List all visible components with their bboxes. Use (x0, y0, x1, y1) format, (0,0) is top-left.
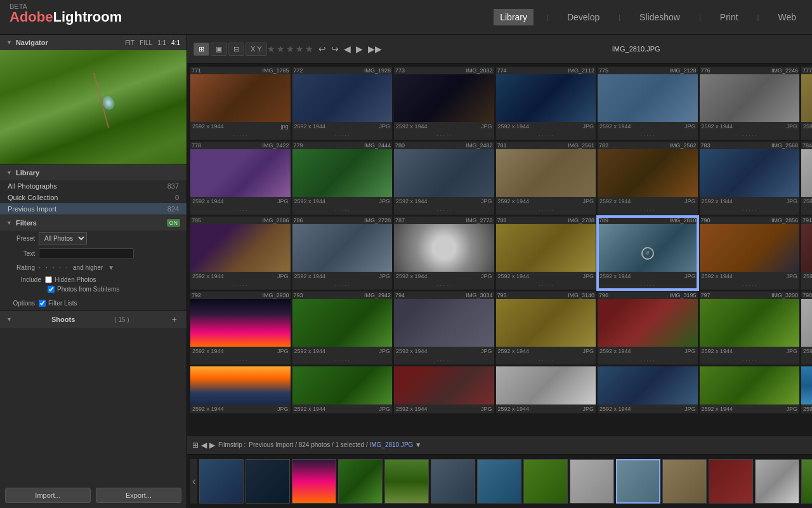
library-header[interactable]: ▼ Library (0, 165, 187, 180)
filmstrip-thumb-2[interactable] (292, 459, 336, 504)
grid-view-button[interactable]: ⊞ (193, 43, 209, 56)
zoom-4-1[interactable]: 4:1 (171, 39, 180, 46)
tab-library[interactable]: Library (494, 9, 534, 25)
filmstrip-filename-arrow[interactable]: ▼ (415, 441, 421, 448)
photo-cell-792[interactable]: 792IMG_2930 2592 x 1944JPG · · · · · (190, 291, 291, 364)
star-5[interactable]: ★ (305, 44, 313, 54)
star-3[interactable]: ★ (286, 44, 294, 54)
photo-cell-797[interactable]: 797IMG_3200 2592 x 1944JPG · · · · · (700, 291, 800, 364)
photo-cell-775[interactable]: 775IMG_2128 2592 x 1944JPG · · · · · (598, 67, 698, 140)
filmstrip-thumb-11[interactable] (709, 459, 753, 504)
xy-button[interactable]: X Y (246, 43, 267, 56)
photo-cell-787[interactable]: 787IMG_2770 2592 x 1944JPG · · · · · (394, 217, 494, 290)
export-button[interactable]: Export... (96, 488, 181, 503)
rating-stars[interactable]: · · · · · (39, 263, 69, 272)
filmstrip-thumb-12[interactable] (755, 459, 799, 504)
filter-lists-checkbox[interactable] (39, 300, 46, 307)
filmstrip-left-arrow[interactable]: ‹ (190, 459, 197, 504)
photo-cell-795[interactable]: 795IMG_3140 2592 x 1944JPG · · · · · (496, 291, 596, 364)
photo-cell-r5-5[interactable]: 2592 x 1944JPG (598, 366, 698, 413)
photo-cell-782[interactable]: 782IMG_2562 2592 x 1944JPG · · · · · (598, 142, 698, 215)
hidden-photos-checkbox[interactable] (45, 276, 52, 283)
filmstrip-thumb-10[interactable] (662, 459, 707, 504)
star-4[interactable]: ★ (296, 44, 304, 54)
photo-cell-776[interactable]: 776IMG_2246 2592 x 1944JPG · · · · · (700, 67, 800, 140)
filmstrip-thumb-7[interactable] (523, 459, 568, 504)
photo-cell-r5-2[interactable]: 2592 x 1944JPG (292, 366, 393, 413)
photo-cell-784[interactable]: 784IMG_2655 2592 x 1944JPG · · · · · (801, 142, 812, 215)
photo-cell-774[interactable]: 774IMG_2112 2592 x 1944JPG · · · · · (496, 67, 596, 140)
filmstrip-thumb-0[interactable] (199, 459, 244, 504)
photo-cell-r5-4[interactable]: 2592 x 1944JPG (496, 366, 596, 413)
single-view-button[interactable]: ▣ (211, 43, 227, 56)
photo-cell-793[interactable]: 793IMG_2942 2592 x 1944JPG · · · · · (292, 291, 393, 364)
undo-button[interactable]: ↩ (318, 44, 326, 54)
shoots-add-button[interactable]: + (169, 314, 180, 324)
import-button[interactable]: Import... (5, 488, 91, 503)
library-collapse-arrow: ▼ (6, 170, 12, 176)
photo-thumb-791 (801, 224, 812, 272)
photo-cell-785[interactable]: 785IMG_2686 2592 x 1944JPG · · · · · (190, 217, 291, 290)
shoots-header[interactable]: ▼ Shoots ( 15 ) + (0, 311, 187, 328)
text-filter-input[interactable] (39, 248, 134, 259)
photo-cell-772[interactable]: 772IMG_1928 2592 x 1944JPG · · · · · (292, 67, 393, 140)
tab-develop[interactable]: Develop (561, 9, 606, 25)
filmstrip-filename[interactable]: IMG_2810.JPG (369, 441, 413, 448)
next-photo-button[interactable]: ▶▶ (368, 44, 382, 54)
photo-cell-781[interactable]: 781IMG_2561 2592 x 1944JPG · · · · · (496, 142, 596, 215)
photos-from-subitems-checkbox[interactable] (48, 286, 55, 293)
filmstrip-thumb-3[interactable] (338, 459, 383, 504)
filmstrip-thumb-selected[interactable] (616, 459, 660, 504)
library-item-quick-collection[interactable]: Quick Collection 0 (0, 192, 187, 203)
filmstrip-thumb-4[interactable] (384, 459, 429, 504)
play-button[interactable]: ▶ (356, 44, 363, 54)
photo-cell-790[interactable]: 790IMG_2856 2592 x 1944JPG · · · · · (700, 217, 800, 290)
and-higher-arrow[interactable]: ▼ (108, 264, 114, 271)
photo-cell-r5-3[interactable]: 2592 x 1944JPG (394, 366, 494, 413)
tab-print[interactable]: Print (714, 9, 745, 25)
photo-cell-r5-6[interactable]: 2592 x 1944JPG (700, 366, 800, 413)
filters-header[interactable]: ▼ Filters ON (0, 215, 187, 231)
photo-cell-r5-7[interactable]: 2592 x 1944JPG (801, 366, 812, 413)
star-2[interactable]: ★ (277, 44, 285, 54)
compare-view-button[interactable]: ⊟ (228, 43, 244, 56)
filmstrip-thumb-13[interactable] (801, 459, 812, 504)
filmstrip-next-button[interactable]: ▶ (209, 441, 215, 450)
navigator-header[interactable]: ▼ Navigator FIT FILL 1:1 4:1 (0, 35, 187, 50)
photo-cell-778[interactable]: 778IMG_2422 2592 x 1944JPG · · · · · (190, 142, 291, 215)
photo-cell-791[interactable]: 791IMG_2924 2592 x 1944JPG · · · · · (801, 217, 812, 290)
zoom-1-1[interactable]: 1:1 (157, 39, 166, 46)
zoom-fill[interactable]: FILL (140, 39, 152, 46)
photo-cell-794[interactable]: 794IMG_3034 2592 x 1944JPG · · · · · (394, 291, 494, 364)
text-filter-row: Text (0, 246, 187, 261)
prev-photo-button[interactable]: ◀ (344, 44, 351, 54)
redo-button[interactable]: ↪ (331, 44, 339, 54)
photo-cell-786[interactable]: 786IMG_2728 2592 x 1944JPG · · · · · (292, 217, 393, 290)
library-item-previous-import[interactable]: Previous Import 824 (0, 203, 187, 215)
filmstrip-thumb-5[interactable] (431, 459, 475, 504)
photo-cell-771[interactable]: 771 IMG_1785 2592 x 1944jpg · · · · · (190, 67, 291, 140)
tab-slideshow[interactable]: Slideshow (633, 9, 686, 25)
filmstrip-prev-button[interactable]: ◀ (201, 441, 207, 450)
photo-cell-783[interactable]: 783IMG_2568 2592 x 1944JPG · · · · · (700, 142, 800, 215)
photo-cell-779[interactable]: 779IMG_2444 2592 x 1944JPG · · · · · (292, 142, 393, 215)
filmstrip: ‹ › (187, 454, 812, 508)
filmstrip-thumb-8[interactable] (570, 459, 614, 504)
photo-cell-r5-1[interactable]: 2592 x 1944JPG (190, 366, 291, 413)
photo-cell-780[interactable]: 780IMG_2482 2592 x 1944JPG · · · · · (394, 142, 494, 215)
photo-cell-773[interactable]: 773IMG_2032 2592 x 1944JPG · · · · · (394, 67, 494, 140)
zoom-fit[interactable]: FIT (125, 39, 134, 46)
library-item-all-photographs[interactable]: All Photographs 837 (0, 180, 187, 192)
photo-cell-788[interactable]: 788IMG_2788 2592 x 1944JPG · · · · · (496, 217, 596, 290)
filmstrip-thumb-6[interactable] (477, 459, 521, 504)
filmstrip-grid-button[interactable]: ⊞ (192, 441, 199, 450)
star-1[interactable]: ★ (267, 44, 275, 54)
photo-cell-777[interactable]: 777IMG_2316 2592 x 1944JPG · · · · · (801, 67, 812, 140)
photo-thumb-r5-2 (292, 366, 393, 404)
photo-cell-798[interactable]: 798IMG_3223 2592 x 1944JPG · · · · · (801, 291, 812, 364)
tab-web[interactable]: Web (771, 9, 802, 25)
photo-cell-789[interactable]: 789IMG_2810 ↺ 2592 x 1944JPG · · · · · (598, 217, 698, 290)
filmstrip-thumb-1[interactable] (246, 459, 290, 504)
preset-dropdown[interactable]: All Photos (39, 232, 87, 244)
photo-cell-796[interactable]: 796IMG_3195 2592 x 1944JPG · · · · · (598, 291, 698, 364)
